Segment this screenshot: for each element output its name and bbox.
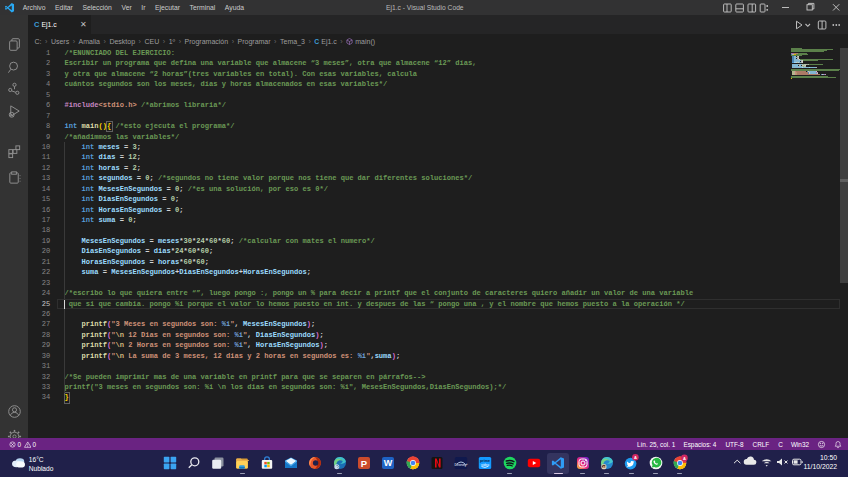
svg-text:+: + (466, 463, 468, 467)
svg-text:A: A (683, 456, 686, 461)
svg-text:A: A (634, 455, 637, 460)
svg-text:W: W (384, 459, 393, 469)
svg-text:P: P (361, 458, 368, 469)
svg-text:video: video (481, 463, 489, 467)
